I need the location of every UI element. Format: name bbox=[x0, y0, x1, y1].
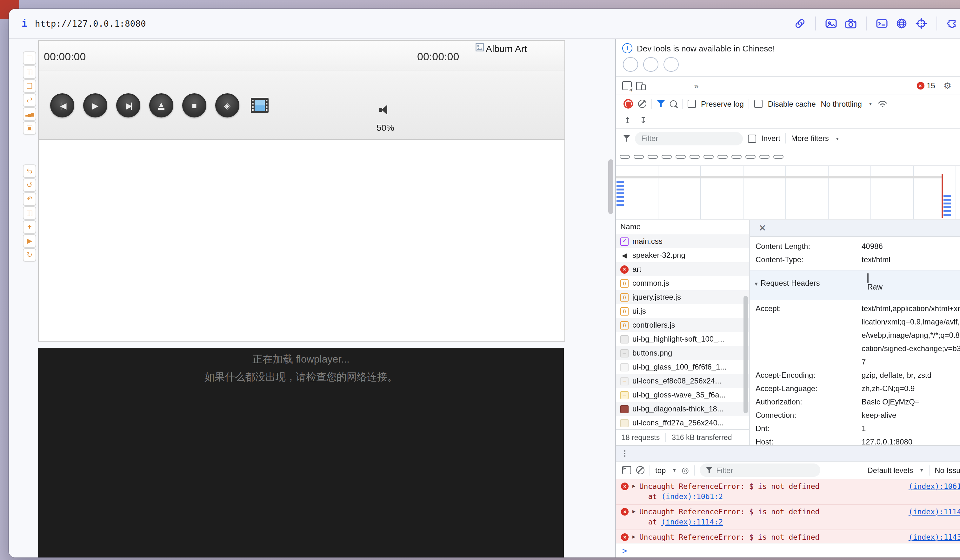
network-request-row[interactable]: ui-icons_ffd27a_256x240... bbox=[616, 416, 749, 429]
network-request-row[interactable]: – buttons.png bbox=[616, 346, 749, 360]
request-type-chip[interactable] bbox=[759, 155, 770, 158]
skip-back-button[interactable]: |◀ bbox=[50, 93, 74, 117]
request-type-chip[interactable] bbox=[773, 155, 784, 158]
network-request-row[interactable]: – ui-bg_gloss-wave_35_f6a... bbox=[616, 388, 749, 402]
console-filter-input[interactable]: Filter bbox=[700, 464, 820, 477]
network-request-row[interactable]: ui-bg_diagonals-thick_18... bbox=[616, 402, 749, 416]
details-tab[interactable] bbox=[773, 220, 784, 236]
console-error-message[interactable]: × ▶ Uncaught ReferenceError: $ is not de… bbox=[616, 505, 960, 530]
url-text[interactable]: http://127.0.0.1:8080 bbox=[35, 18, 146, 29]
stop-button[interactable]: ■ bbox=[182, 93, 206, 117]
devtools-tab[interactable] bbox=[663, 77, 672, 94]
image-icon[interactable] bbox=[826, 18, 837, 29]
console-sidebar-icon[interactable] bbox=[622, 466, 631, 474]
globe-icon[interactable] bbox=[896, 18, 907, 29]
drawer-tab[interactable] bbox=[644, 446, 653, 461]
network-overview-timeline[interactable] bbox=[616, 166, 960, 220]
network-request-row[interactable]: {} common.js bbox=[616, 276, 749, 290]
console-error-message[interactable]: × ▶ Uncaught ReferenceError: $ is not de… bbox=[616, 479, 960, 505]
request-type-chip[interactable] bbox=[634, 155, 644, 158]
more-tabs-icon[interactable]: » bbox=[694, 81, 698, 91]
search-icon[interactable] bbox=[670, 100, 677, 107]
camera-icon[interactable] bbox=[845, 18, 856, 29]
filter-funnel-icon[interactable] bbox=[657, 100, 665, 107]
inspect-element-icon[interactable] bbox=[622, 81, 632, 90]
network-request-row[interactable]: {} controllers.js bbox=[616, 318, 749, 332]
devtools-tab[interactable] bbox=[681, 77, 690, 94]
network-request-row[interactable]: × art bbox=[616, 262, 749, 276]
side-toolbar-button[interactable]: ▶ bbox=[23, 234, 36, 248]
side-toolbar-button[interactable]: ▤ bbox=[23, 51, 36, 65]
request-type-chip[interactable] bbox=[746, 155, 755, 158]
network-conditions-icon[interactable] bbox=[878, 100, 888, 108]
invert-checkbox[interactable] bbox=[748, 134, 756, 142]
more-filters-dropdown[interactable]: More filters bbox=[791, 134, 829, 143]
request-type-chip[interactable] bbox=[704, 155, 714, 158]
devtools-tab[interactable] bbox=[654, 77, 663, 94]
source-link[interactable]: (index):1143 bbox=[909, 532, 960, 542]
disable-cache-checkbox[interactable] bbox=[755, 100, 763, 108]
network-request-row[interactable]: ui-bg_highlight-soft_100_... bbox=[616, 332, 749, 346]
side-toolbar-button[interactable]: ↺ bbox=[23, 178, 36, 192]
eject-button[interactable]: ▲ bbox=[149, 93, 173, 117]
side-toolbar-button[interactable]: ↶ bbox=[23, 192, 36, 206]
details-tab[interactable] bbox=[807, 220, 818, 236]
notification-button[interactable] bbox=[664, 57, 679, 72]
request-type-chip[interactable] bbox=[690, 155, 700, 158]
drawer-tab[interactable] bbox=[635, 446, 644, 461]
puzzle-icon[interactable] bbox=[947, 18, 958, 29]
name-column-header[interactable]: Name bbox=[616, 220, 749, 234]
device-toolbar-icon[interactable] bbox=[636, 82, 646, 90]
play-button[interactable]: ▶ bbox=[83, 93, 107, 117]
details-tab[interactable] bbox=[818, 220, 830, 236]
request-headers-section[interactable]: ▼Request Headers Raw bbox=[750, 270, 960, 300]
request-type-chip[interactable] bbox=[620, 155, 630, 158]
info-icon[interactable]: i bbox=[22, 18, 27, 29]
clear-console-icon[interactable] bbox=[636, 466, 645, 474]
settings-gear-icon[interactable]: ⚙ bbox=[944, 81, 952, 90]
raw-checkbox[interactable] bbox=[867, 273, 869, 283]
request-type-chip[interactable] bbox=[731, 155, 742, 158]
stack-location-link[interactable]: (index):1061:2 bbox=[661, 492, 723, 501]
details-tab[interactable] bbox=[784, 220, 795, 236]
terminal-icon[interactable] bbox=[876, 18, 888, 29]
throttling-select[interactable]: No throttling bbox=[821, 99, 862, 108]
import-har-icon[interactable]: ↥ bbox=[624, 115, 631, 125]
playlist-area[interactable] bbox=[38, 139, 565, 342]
expand-triangle-icon[interactable]: ▶ bbox=[632, 534, 635, 543]
request-type-chip[interactable] bbox=[662, 155, 672, 158]
network-request-row[interactable]: ✓ main.css bbox=[616, 234, 749, 248]
expand-triangle-icon[interactable]: ▶ bbox=[632, 483, 635, 502]
console-prompt[interactable]: > bbox=[616, 543, 960, 557]
context-select[interactable]: top bbox=[655, 466, 666, 475]
side-toolbar-button[interactable]: ▥ bbox=[23, 206, 36, 220]
notification-button[interactable] bbox=[643, 57, 658, 72]
side-toolbar-button[interactable]: + bbox=[23, 220, 36, 234]
network-request-row[interactable]: {} ui.js bbox=[616, 304, 749, 318]
preserve-log-checkbox[interactable] bbox=[688, 100, 696, 108]
network-request-row[interactable]: ui-bg_glass_100_f6f6f6_1... bbox=[616, 360, 749, 374]
film-strip-button[interactable] bbox=[248, 93, 272, 117]
request-type-chip[interactable] bbox=[675, 155, 686, 158]
side-toolbar-button[interactable]: ▂▄▆ bbox=[23, 107, 36, 121]
close-details-icon[interactable]: ✕ bbox=[759, 224, 766, 232]
export-har-icon[interactable]: ↧ bbox=[640, 115, 647, 125]
side-toolbar-button[interactable]: ⇆ bbox=[23, 165, 36, 178]
stack-location-link[interactable]: (index):1114:2 bbox=[661, 517, 723, 526]
request-list-scrollbar[interactable] bbox=[744, 296, 748, 413]
record-icon[interactable] bbox=[624, 99, 633, 109]
volume-control[interactable]: 50% bbox=[366, 104, 405, 133]
side-toolbar-button[interactable]: ▣ bbox=[23, 121, 36, 134]
video-area[interactable]: 正在加载 flowplayer... 如果什么都没出现，请检查您的网络连接。 bbox=[38, 348, 564, 557]
link-icon[interactable] bbox=[794, 18, 806, 29]
network-filter-input[interactable]: Filter bbox=[635, 132, 743, 145]
error-badge[interactable]: × 15 bbox=[917, 81, 935, 90]
details-tab[interactable] bbox=[795, 220, 807, 236]
log-levels-select[interactable]: Default levels bbox=[867, 466, 913, 475]
more-options-icon[interactable]: ⋮ bbox=[958, 81, 960, 91]
network-request-row[interactable]: ◀ speaker-32.png bbox=[616, 248, 749, 262]
notification-button[interactable] bbox=[623, 57, 638, 72]
side-toolbar-button[interactable]: ❏ bbox=[23, 79, 36, 93]
request-type-chip[interactable] bbox=[717, 155, 728, 158]
source-link[interactable]: (index):1114 bbox=[909, 507, 960, 517]
